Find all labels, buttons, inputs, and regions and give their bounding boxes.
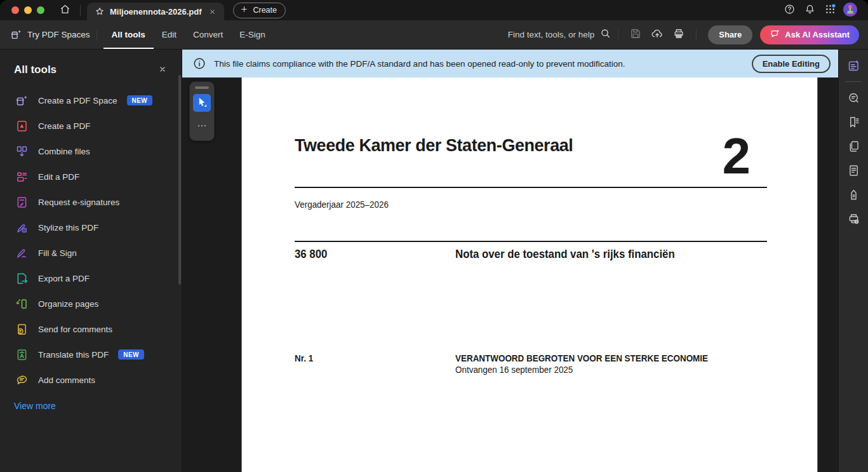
close-icon	[159, 65, 166, 75]
tab-close-button[interactable]	[206, 6, 218, 17]
stylize-pdf-icon: A	[15, 221, 29, 234]
divider	[696, 29, 697, 41]
notifications-button[interactable]	[801, 1, 818, 19]
quick-tools-toolbar	[189, 81, 215, 141]
help-button[interactable]	[780, 1, 798, 19]
save-icon	[629, 27, 642, 42]
more-tools-button[interactable]	[193, 120, 211, 133]
sidebar-scrollbar-thumb[interactable]	[178, 75, 181, 285]
page-copies-button[interactable]	[842, 135, 865, 157]
home-button[interactable]	[56, 1, 74, 19]
tools-list: Create a PDF SpaceNEWCreate a PDFCombine…	[0, 81, 182, 393]
pdf-page: Tweede Kamer der Staten-Generaal 2 Verga…	[241, 78, 818, 472]
all-tools-panel: All tools Create a PDF SpaceNEWCreate a …	[0, 50, 182, 472]
printer-info-button[interactable]: i	[842, 208, 865, 229]
enable-editing-button[interactable]: Enable Editing	[752, 55, 831, 73]
sidebar-item-request-e-signatures[interactable]: Request e-signatures	[6, 189, 177, 215]
plus-icon	[240, 5, 248, 15]
divider	[80, 4, 81, 16]
sidebar-item-label: Create a PDF	[38, 121, 91, 131]
document-area: This file claims compliance with the PDF…	[182, 50, 838, 472]
sidebar-item-label: Send for comments	[38, 325, 112, 334]
notification-bar: This file claims compliance with the PDF…	[182, 50, 838, 78]
combine-files-icon	[15, 145, 29, 158]
toolbar-drag-handle[interactable]	[195, 86, 209, 89]
sidebar-item-create-a-pdf-space[interactable]: Create a PDF SpaceNEW	[6, 88, 177, 113]
sidebar-item-label: Add comments	[38, 375, 95, 385]
sidebar-item-send-for-comments[interactable]: Send for comments	[6, 316, 177, 342]
sidebar-item-add-comments[interactable]: Add comments	[6, 367, 177, 393]
sidebar-item-label: Request e-signatures	[38, 198, 119, 207]
sidebar-item-stylize-this-pdf[interactable]: AStylize this PDF	[6, 215, 177, 240]
comments-icon	[847, 91, 860, 105]
sidebar-item-export-a-pdf[interactable]: Export a PDF	[6, 266, 177, 291]
share-button[interactable]: Share	[708, 25, 752, 44]
add-comments-icon	[15, 374, 29, 387]
zoom-window-button[interactable]	[37, 6, 44, 14]
tab-convert[interactable]: Convert	[185, 20, 231, 49]
tag-icon	[847, 188, 860, 201]
export-pdf-icon	[15, 272, 29, 285]
app-switcher-button[interactable]	[821, 1, 839, 19]
close-icon	[209, 8, 216, 15]
view-more-link[interactable]: View more	[14, 401, 56, 411]
close-window-button[interactable]	[11, 6, 19, 14]
received-date-line: Ontvangen 16 september 2025	[455, 365, 578, 375]
sidebar-item-label: Stylize this PDF	[38, 223, 98, 233]
comments-button[interactable]	[842, 87, 865, 109]
translate-pdf-icon	[15, 348, 29, 361]
select-tool-button[interactable]	[193, 94, 211, 112]
search-field[interactable]	[498, 27, 611, 42]
sidebar-item-fill-sign[interactable]: Fill & Sign	[6, 240, 177, 266]
sidebar-item-create-a-pdf[interactable]: Create a PDF	[6, 113, 177, 138]
fill-sign-icon	[15, 246, 29, 260]
create-tab-button[interactable]: Create	[233, 3, 286, 18]
chamber-number: 2	[723, 131, 751, 182]
favorite-star-icon[interactable]	[95, 6, 105, 17]
try-pdf-spaces-button[interactable]: Try PDF Spaces	[10, 29, 90, 41]
cloud-upload-icon	[651, 27, 664, 42]
sidebar-item-edit-a-pdf[interactable]: Edit a PDF	[6, 164, 177, 189]
ask-ai-assistant-label: Ask AI Assistant	[785, 30, 850, 39]
printer-icon	[672, 27, 685, 42]
sidebar-item-label: Fill & Sign	[38, 248, 77, 258]
save-button[interactable]	[625, 25, 646, 45]
account-avatar[interactable]	[841, 1, 859, 19]
document-viewer[interactable]: Tweede Kamer der Staten-Generaal 2 Verga…	[182, 78, 838, 472]
document-button[interactable]	[842, 159, 865, 181]
horizontal-rule	[295, 187, 767, 188]
all-tools-panel-title: All tools	[14, 64, 57, 76]
try-pdf-spaces-label: Try PDF Spaces	[27, 30, 90, 39]
sidebar-item-translate-this-pdf[interactable]: Translate this PDFNEW	[6, 342, 177, 367]
minimize-window-button[interactable]	[24, 6, 32, 14]
bookmarks-button[interactable]	[842, 111, 865, 133]
divider	[618, 29, 618, 41]
select-cursor-icon	[196, 96, 208, 111]
right-tools-rail: i	[838, 50, 868, 472]
item-title: VERANTWOORD BEGROTEN VOOR EEN STERKE ECO…	[455, 353, 719, 363]
search-input[interactable]	[498, 30, 594, 39]
dossier-number: 36 800	[295, 248, 329, 261]
bookmarks-icon	[847, 116, 860, 129]
sidebar-item-organize-pages[interactable]: Organize pages	[6, 291, 177, 316]
tab-title: Miljoenennota-2026.pdf	[110, 7, 201, 17]
apps-grid-icon	[824, 3, 836, 17]
tab-all-tools[interactable]: All tools	[103, 20, 154, 49]
close-panel-button[interactable]	[155, 62, 170, 78]
divider	[845, 81, 862, 82]
sidebar-item-combine-files[interactable]: Combine files	[6, 138, 177, 164]
pdf-spaces-icon	[10, 29, 22, 41]
document-icon	[847, 164, 860, 177]
search-icon	[599, 27, 611, 42]
ai-assistant-panel-button[interactable]	[842, 55, 865, 76]
save-to-cloud-button[interactable]	[646, 25, 668, 45]
tab-esign[interactable]: E-Sign	[231, 20, 274, 49]
ask-ai-assistant-button[interactable]: Ask AI Assistant	[760, 25, 859, 44]
document-tab[interactable]: Miljoenennota-2026.pdf	[87, 3, 224, 20]
dossier-title: Nota over de toestand van 's rijks finan…	[455, 248, 684, 261]
edit-pdf-icon	[15, 170, 29, 184]
tag-button[interactable]	[842, 184, 865, 205]
print-button[interactable]	[668, 25, 690, 45]
tab-edit[interactable]: Edit	[154, 20, 185, 49]
info-icon	[192, 57, 206, 71]
